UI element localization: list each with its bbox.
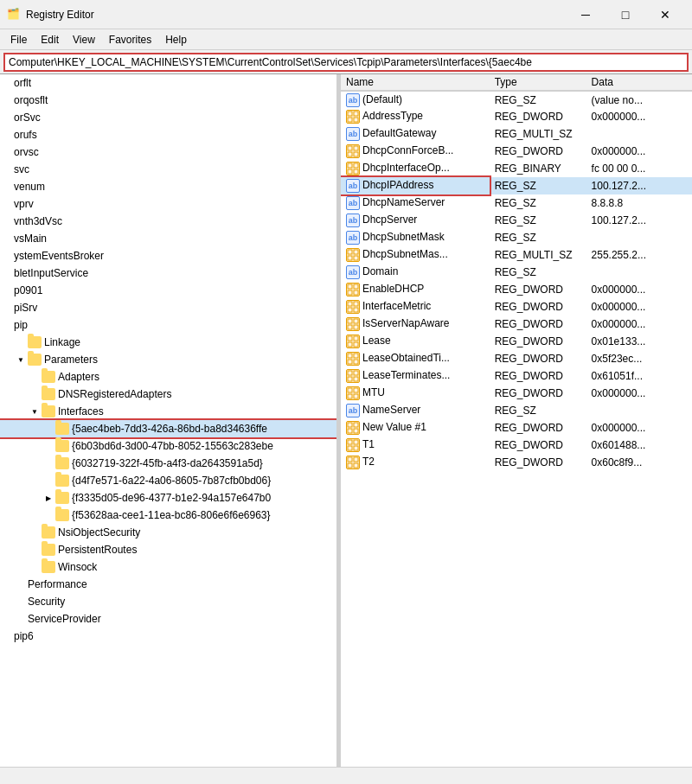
- value-name-cell: abDefaultGateway: [341, 125, 490, 143]
- menu-help[interactable]: Help: [158, 32, 194, 48]
- menu-view[interactable]: View: [66, 32, 102, 48]
- svg-rect-39: [354, 377, 358, 381]
- reg-dword-icon: [346, 144, 360, 158]
- tree-item[interactable]: orqosflt: [0, 92, 336, 109]
- address-input[interactable]: [3, 53, 689, 72]
- table-row[interactable]: abDhcpSubnetMaskREG_SZ: [341, 229, 692, 246]
- table-row[interactable]: IsServerNapAwareREG_DWORD0x000000...: [341, 316, 692, 333]
- menu-favorites[interactable]: Favorites: [102, 32, 158, 48]
- value-name-cell: DhcpSubnetMas...: [341, 246, 490, 264]
- table-row[interactable]: EnableDHCPREG_DWORD0x000000...: [341, 281, 692, 298]
- tree-item[interactable]: {5aec4beb-7dd3-426a-86bd-ba8d34636ffe: [0, 420, 336, 437]
- table-row[interactable]: AddressTypeREG_DWORD0x000000...: [341, 108, 692, 125]
- table-row[interactable]: abDhcpServerREG_SZ100.127.2...: [341, 212, 692, 229]
- col-header-data[interactable]: Data: [586, 74, 692, 91]
- tree-item[interactable]: orufs: [0, 126, 336, 143]
- tree-item[interactable]: {d4f7e571-6a22-4a06-8605-7b87cfb0bd06}: [0, 472, 336, 489]
- value-type-cell: REG_DWORD: [490, 367, 586, 385]
- tree-item[interactable]: pip: [0, 316, 336, 334]
- reg-dword-icon: [346, 283, 360, 296]
- tree-item-label: {f3335d05-de96-4377-b1e2-94a157e647b0: [72, 492, 271, 504]
- table-row[interactable]: MTUREG_DWORD0x000000...: [341, 385, 692, 402]
- tree-item[interactable]: ystemEventsBroker: [0, 247, 336, 265]
- table-row[interactable]: T1REG_DWORD0x601488...: [341, 437, 692, 454]
- reg-dword-icon: [346, 162, 360, 175]
- reg-dword-icon: [346, 438, 360, 452]
- tree-item-label: {6b03bd6d-3d00-47bb-8052-15563c283ebe: [72, 440, 273, 452]
- tree-item[interactable]: venum: [0, 178, 336, 195]
- folder-icon: [55, 492, 69, 504]
- table-row[interactable]: abDefaultGatewayREG_MULTI_SZ: [341, 125, 692, 143]
- table-row[interactable]: LeaseObtainedTi...REG_DWORD0x5f23ec...: [341, 350, 692, 367]
- table-row[interactable]: LeaseTerminates...REG_DWORD0x61051f...: [341, 367, 692, 385]
- tree-item[interactable]: Linkage: [0, 334, 336, 351]
- tree-item[interactable]: Winsock: [0, 558, 336, 576]
- tree-item[interactable]: Performance: [0, 576, 336, 593]
- tree-item[interactable]: orflt: [0, 74, 336, 92]
- svg-rect-36: [348, 371, 352, 375]
- menu-edit[interactable]: Edit: [34, 32, 66, 48]
- value-type-cell: REG_SZ: [490, 402, 586, 419]
- reg-dword-icon: [346, 369, 360, 383]
- svg-rect-25: [354, 319, 358, 323]
- tree-item[interactable]: vprv: [0, 195, 336, 213]
- table-row[interactable]: DhcpConnForceB...REG_DWORD0x000000...: [341, 143, 692, 160]
- table-row[interactable]: InterfaceMetricREG_DWORD0x000000...: [341, 298, 692, 316]
- table-row[interactable]: DhcpSubnetMas...REG_MULTI_SZ255.255.2...: [341, 246, 692, 264]
- tree-item[interactable]: PersistentRoutes: [0, 541, 336, 558]
- tree-item[interactable]: NsiObjectSecurity: [0, 524, 336, 541]
- tree-item[interactable]: vsMain: [0, 230, 336, 247]
- tree-item[interactable]: Adapters: [0, 368, 336, 386]
- col-header-name[interactable]: Name: [341, 74, 490, 91]
- tree-item-label: {6032719-322f-45fb-a4f3-da2643591a5d}: [72, 457, 263, 469]
- table-row[interactable]: abDhcpNameServerREG_SZ8.8.8.8: [341, 194, 692, 212]
- maximize-button[interactable]: □: [606, 2, 645, 28]
- svg-rect-16: [348, 284, 352, 289]
- table-row[interactable]: abDhcpIPAddressREG_SZ100.127.2...: [341, 177, 692, 194]
- value-name-cell: T1: [341, 437, 490, 454]
- tree-expand-arrow[interactable]: ▼: [14, 356, 28, 364]
- tree-item[interactable]: Security: [0, 593, 336, 610]
- menu-file[interactable]: File: [3, 32, 34, 48]
- tree-item-label: svc: [14, 163, 29, 175]
- minimize-button[interactable]: ─: [566, 2, 606, 28]
- tree-item[interactable]: ▼Parameters: [0, 351, 336, 368]
- col-header-type[interactable]: Type: [490, 74, 586, 91]
- table-row[interactable]: T2REG_DWORD0x60c8f9...: [341, 454, 692, 471]
- tree-expand-arrow[interactable]: ▼: [28, 408, 42, 416]
- close-button[interactable]: ✕: [645, 2, 685, 28]
- table-row[interactable]: LeaseREG_DWORD0x01e133...: [341, 333, 692, 350]
- reg-sz-icon: ab: [346, 214, 360, 227]
- value-data-cell: 0x000000...: [586, 419, 692, 437]
- tree-item[interactable]: {6b03bd6d-3d00-47bb-8052-15563c283ebe: [0, 437, 336, 455]
- tree-item[interactable]: {6032719-322f-45fb-a4f3-da2643591a5d}: [0, 455, 336, 472]
- tree-item-label: Linkage: [44, 336, 80, 348]
- tree-item[interactable]: piSrv: [0, 299, 336, 316]
- tree-item[interactable]: {f53628aa-cee1-11ea-bc86-806e6f6e6963}: [0, 507, 336, 524]
- table-row[interactable]: DhcpInterfaceOp...REG_BINARYfc 00 00 0..…: [341, 160, 692, 177]
- tree-item[interactable]: vnth3dVsc: [0, 213, 336, 230]
- tree-item[interactable]: ▶{f3335d05-de96-4377-b1e2-94a157e647b0: [0, 489, 336, 507]
- table-row[interactable]: New Value #1REG_DWORD0x000000...: [341, 419, 692, 437]
- app-icon: 🗂️: [7, 8, 21, 22]
- table-row[interactable]: abDomainREG_SZ: [341, 264, 692, 281]
- value-data-cell: 0x000000...: [586, 281, 692, 298]
- tree-item[interactable]: p0901: [0, 282, 336, 299]
- svg-rect-2: [348, 118, 352, 122]
- tree-item[interactable]: bletInputService: [0, 265, 336, 282]
- tree-item[interactable]: ▼Interfaces: [0, 403, 336, 420]
- tree-expand-arrow[interactable]: ▶: [42, 494, 55, 502]
- tree-item[interactable]: svc: [0, 161, 336, 178]
- tree-item-label: orqosflt: [14, 94, 48, 106]
- tree-item[interactable]: DNSRegisteredAdapters: [0, 386, 336, 403]
- svg-rect-41: [354, 388, 358, 392]
- table-row[interactable]: abNameServerREG_SZ: [341, 402, 692, 419]
- tree-item[interactable]: orSvc: [0, 109, 336, 126]
- svg-rect-15: [354, 256, 358, 260]
- value-data-cell: 0x5f23ec...: [586, 350, 692, 367]
- value-name-text: InterfaceMetric: [362, 300, 431, 312]
- tree-item[interactable]: orvsc: [0, 143, 336, 161]
- table-row[interactable]: ab(Default)REG_SZ(value no...: [341, 91, 692, 108]
- tree-item[interactable]: pip6: [0, 628, 336, 645]
- tree-item[interactable]: ServiceProvider: [0, 610, 336, 628]
